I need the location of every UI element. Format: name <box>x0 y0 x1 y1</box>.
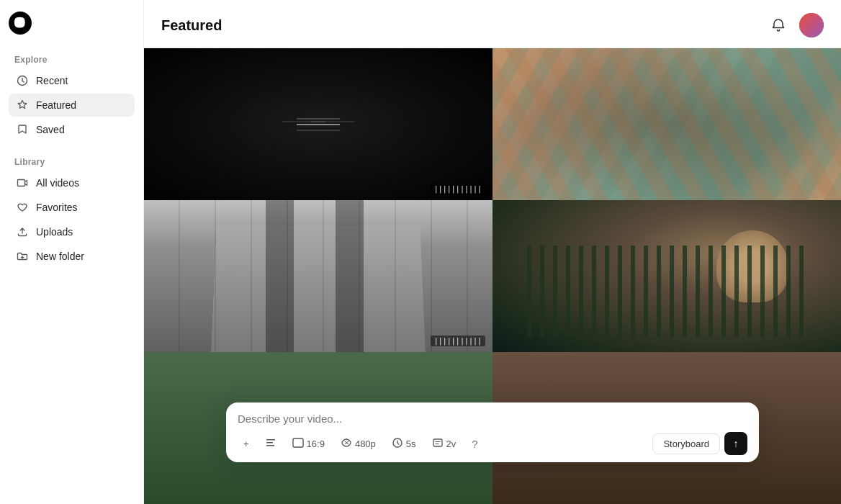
video-badge-1: ||||||||||| <box>431 184 485 194</box>
svg-rect-2 <box>266 439 275 441</box>
recent-label: Recent <box>36 75 68 86</box>
avatar[interactable] <box>799 13 824 37</box>
prompt-bar: + 16:9 <box>226 402 759 462</box>
arrow-up-icon: ↑ <box>734 438 739 449</box>
sidebar: Explore Recent Featured <box>0 0 144 504</box>
sidebar-item-saved[interactable]: Saved <box>9 118 135 141</box>
sidebar-item-recent[interactable]: Recent <box>9 69 135 92</box>
sidebar-item-favorites[interactable]: Favorites <box>9 196 135 219</box>
sidebar-item-all-videos[interactable]: All videos <box>9 171 135 194</box>
aspect-ratio-button[interactable]: 16:9 <box>287 434 330 454</box>
add-button[interactable]: + <box>238 435 255 453</box>
notification-button[interactable] <box>766 13 791 37</box>
clock-icon <box>16 74 29 87</box>
svg-rect-4 <box>266 445 274 446</box>
folder-icon <box>16 250 29 263</box>
aspect-icon <box>292 438 304 450</box>
prompt-toolbar: + 16:9 <box>238 432 747 455</box>
video-thumb-2 <box>493 48 841 200</box>
video-thumb-4 <box>493 200 841 352</box>
sidebar-item-new-folder[interactable]: New folder <box>9 245 135 268</box>
star-icon <box>16 99 29 112</box>
quality-label: 480p <box>355 438 376 449</box>
duration-button[interactable]: 5s <box>386 433 422 454</box>
sidebar-library-section: Library All videos Favorites <box>9 157 135 269</box>
video-badge-3: ||||||||||| <box>431 336 485 346</box>
app-logo[interactable] <box>9 12 32 35</box>
video-cell-4[interactable] <box>493 200 841 352</box>
main-content: Featured ||||||||||| <box>144 0 841 504</box>
svg-rect-5 <box>293 438 303 447</box>
sidebar-item-uploads[interactable]: Uploads <box>9 220 135 243</box>
uploads-label: Uploads <box>36 226 73 238</box>
plus-icon: + <box>243 438 249 449</box>
quality-icon <box>341 438 352 450</box>
storyboard-label: Storyboard <box>663 438 709 449</box>
saved-label: Saved <box>36 124 65 135</box>
header-actions <box>766 13 824 37</box>
page-title: Featured <box>161 17 222 34</box>
svg-rect-7 <box>433 439 442 446</box>
heart-icon <box>16 201 29 214</box>
svg-rect-1 <box>18 180 25 186</box>
new-folder-label: New folder <box>36 251 84 262</box>
library-label: Library <box>9 157 135 167</box>
help-button[interactable]: ? <box>466 434 483 454</box>
storyboard-button[interactable]: Storyboard <box>652 433 720 454</box>
bell-icon <box>771 18 786 32</box>
question-icon: ? <box>472 438 477 450</box>
submit-button[interactable]: ↑ <box>724 432 747 455</box>
video-cell-3[interactable]: ||||||||||| <box>144 200 493 352</box>
text-button[interactable] <box>259 433 282 454</box>
video-icon <box>16 176 29 189</box>
version-label: 2v <box>446 438 457 449</box>
favorites-label: Favorites <box>36 202 78 213</box>
version-icon <box>432 437 444 451</box>
bookmark-icon <box>16 123 29 136</box>
avatar-image <box>799 13 824 37</box>
video-thumb-3: ||||||||||| <box>144 200 493 352</box>
duration-label: 5s <box>406 438 416 449</box>
svg-rect-3 <box>266 442 273 444</box>
featured-label: Featured <box>36 99 76 111</box>
quality-button[interactable]: 480p <box>335 434 382 454</box>
sidebar-explore-section: Explore Recent Featured <box>9 55 135 143</box>
all-videos-label: All videos <box>36 177 79 189</box>
video-thumb-1 <box>144 48 493 200</box>
upload-icon <box>16 225 29 238</box>
duration-icon <box>392 437 403 451</box>
video-cell-2[interactable] <box>493 48 841 200</box>
video-cell-1[interactable]: ||||||||||| <box>144 48 493 200</box>
aspect-ratio-label: 16:9 <box>307 438 325 449</box>
version-button[interactable]: 2v <box>426 433 462 454</box>
page-header: Featured <box>144 0 841 48</box>
text-icon <box>265 437 276 451</box>
prompt-input[interactable] <box>238 413 747 425</box>
explore-label: Explore <box>9 55 135 65</box>
sidebar-item-featured[interactable]: Featured <box>9 94 135 117</box>
